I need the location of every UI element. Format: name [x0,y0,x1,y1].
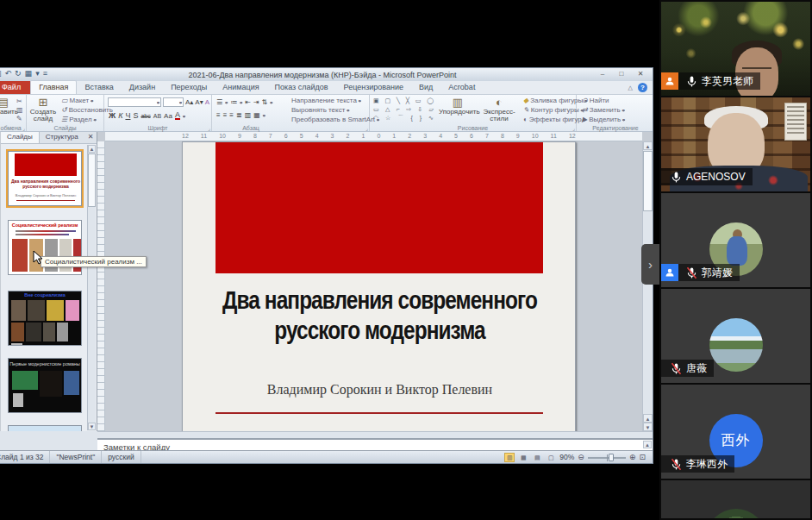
font-color-button[interactable]: А [175,111,180,120]
participant-tile-5[interactable]: 西外 李琳西外 [661,385,810,479]
underline-button[interactable]: Ч [125,111,130,120]
title-bar[interactable]: ▣ ↶ ↻ ▦ ▾ ≡ 2021-06-Два направления моде… [0,68,653,81]
zoom-slider[interactable] [588,453,626,462]
tab-insert[interactable]: Вставка [77,81,121,94]
justify-button[interactable]: ≣ [236,111,242,119]
copy-icon[interactable]: ▥ [16,106,23,114]
slide-subtitle[interactable]: Владимир Сорокин и Виктор Пелевин [190,382,570,398]
theme-name[interactable]: "NewsPrint" [50,451,102,463]
scrollbar-thumb[interactable] [88,153,96,207]
numbering-button[interactable]: ≔ [230,98,237,106]
decrease-indent-button[interactable]: ⇤ [245,98,251,106]
participant-tile-6[interactable] [661,480,810,518]
scroll-down-icon[interactable]: ▼ [88,423,96,430]
smartart-button[interactable]: Преобразовать в SmartArt▾ [291,116,379,124]
bullets-button[interactable]: ☰ [216,98,222,106]
clear-formatting-button[interactable]: A [205,98,209,107]
slides-tab[interactable]: Слайды [1,132,40,143]
slide-thumbnail-1[interactable]: Два направления современного русского мо… [8,151,82,206]
slide-title[interactable]: Два направления современного русского мо… [201,285,559,345]
vertical-ruler[interactable] [97,141,105,431]
participant-tile-4[interactable]: 唐薇 [661,289,810,383]
editor-horizontal-scrollbar[interactable] [97,431,653,438]
slide-sorter-view-button[interactable]: ▦ [518,453,528,462]
slide-thumbnail-4[interactable]: Первые модернистские романы [8,358,82,413]
tab-animations[interactable]: Анимация [215,81,266,94]
slide-thumbnail-3[interactable]: Вне соцреализма [8,291,82,346]
text-shadow-button[interactable]: S [133,111,138,120]
clipboard-dialog-launcher[interactable]: ⌟ [22,125,25,131]
participant-tile-3[interactable]: 郭靖媛 [661,193,810,287]
outline-tab[interactable]: Структура [40,132,84,143]
quick-styles-button[interactable]: ◐ Экспресс-стили [478,97,520,122]
strikethrough-button[interactable]: abc [141,113,150,119]
scrollbar-thumb[interactable] [643,151,653,211]
slide-canvas[interactable]: Два направления современного русского мо… [105,141,642,431]
change-case-button[interactable]: Аа [164,112,172,120]
ribbon-collapse-icon[interactable]: △ [628,85,633,91]
tab-home[interactable]: Главная [30,80,77,94]
arrange-button[interactable]: ▥ Упорядочить [439,97,477,116]
bold-button[interactable]: Ж [109,111,116,120]
reading-view-button[interactable]: ▤ [532,453,542,462]
help-button[interactable]: ? [638,83,647,92]
zoom-slider-knob[interactable] [609,454,614,461]
tab-acrobat[interactable]: Acrobat [440,81,483,94]
fit-to-window-button[interactable]: ⊡ [639,453,646,461]
character-spacing-button[interactable]: АВ [153,113,161,119]
table-button[interactable]: ▦ [253,111,260,119]
slides-panel-scrollbar[interactable]: ▲ ▼ [87,145,96,430]
align-text-button[interactable]: Выровнять текст▾ [291,106,379,115]
align-left-button[interactable]: ≡ [216,111,221,119]
panel-close-icon[interactable]: ✕ [84,132,97,143]
scroll-up-icon[interactable]: ▲ [88,145,96,153]
drawing-dialog-launcher[interactable]: ⌟ [572,125,575,131]
slideshow-view-button[interactable]: ▢ [546,453,556,462]
replace-button[interactable]: ⇄Заменить▾ [582,106,625,115]
participant-tile-1[interactable]: 李英男老师 [661,2,810,96]
shapes-gallery[interactable]: ▣▢╲╳▭◯ ▭△⌐⇨⇩▱ ◠☆⌒{}∿ [373,97,434,122]
zoom-in-button[interactable]: ⊕ [629,453,636,461]
participant-tile-2[interactable]: AGENOSOV [661,97,810,191]
shrink-font-button[interactable]: А▾ [195,98,203,107]
slide-red-rectangle[interactable] [215,142,543,273]
previous-slide-button[interactable]: ▲ [643,414,653,423]
zoom-out-button[interactable]: ⊖ [578,453,584,461]
text-direction-button[interactable]: Направление текста▾ [291,97,379,105]
format-painter-icon[interactable]: ✎ [16,115,23,122]
cut-icon[interactable]: ✂ [16,97,23,105]
slide[interactable]: Два направления современного русского мо… [182,141,576,431]
tab-slideshow[interactable]: Показ слайдов [267,81,336,94]
font-dialog-launcher[interactable]: ⌟ [208,125,210,131]
tab-review[interactable]: Рецензирование [336,81,412,94]
normal-view-button[interactable]: ▥ [504,453,515,462]
tab-view[interactable]: Вид [411,81,440,94]
align-right-button[interactable]: ≡ [229,111,234,119]
font-name-combo[interactable]: ▾ [108,97,161,107]
close-button[interactable]: ✕ [634,69,647,79]
line-spacing-button[interactable]: ⇅ [262,98,268,106]
italic-button[interactable]: К [118,111,122,120]
slide-thumbnail-5[interactable] [8,425,82,431]
new-slide-button[interactable]: ⊞ Создать слайд [28,97,58,122]
horizontal-ruler[interactable]: 1211109876543210123456789101112 [105,132,642,141]
paragraph-dialog-launcher[interactable]: ⌟ [365,125,368,131]
grow-font-button[interactable]: А▴ [185,98,193,107]
tab-transitions[interactable]: Переходы [163,81,215,94]
restore-button[interactable]: □ [615,69,628,79]
find-button[interactable]: ⊙Найти [582,97,625,105]
scroll-up-icon[interactable]: ▲ [643,441,652,448]
tab-file[interactable]: Файл [0,81,30,94]
paste-button[interactable]: ▤ Вставить [0,97,18,116]
increase-indent-button[interactable]: ⇥ [253,98,259,106]
select-button[interactable]: ▶Выделить▾ [582,116,625,124]
align-center-button[interactable]: ≡ [223,111,228,119]
scroll-up-icon[interactable]: ▲ [643,141,653,150]
tab-design[interactable]: Дизайн [122,81,163,94]
columns-button[interactable]: ▥ [245,111,252,119]
language-indicator[interactable]: русский [102,451,141,463]
minimize-button[interactable]: – [596,69,609,79]
font-size-combo[interactable]: ▾ [163,97,184,107]
editor-vertical-scrollbar[interactable]: ▲ ▲ ▼ [642,141,653,431]
next-slide-button[interactable]: ▼ [643,423,653,431]
